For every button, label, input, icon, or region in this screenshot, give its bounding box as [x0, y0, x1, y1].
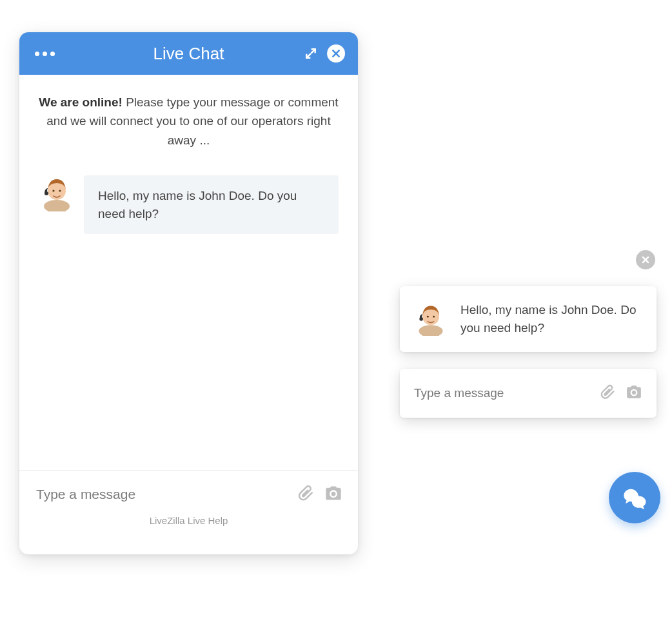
chat-input-bar: LiveZilla Live Help — [19, 471, 358, 554]
expand-icon[interactable] — [304, 46, 318, 61]
svg-point-5 — [59, 190, 61, 192]
svg-point-4 — [52, 190, 54, 192]
operator-avatar — [39, 175, 75, 211]
compact-attachment-icon[interactable] — [600, 384, 617, 403]
operator-message-bubble: Hello, my name is John Doe. Do you need … — [84, 175, 339, 234]
svg-point-3 — [44, 191, 48, 195]
svg-point-11 — [433, 316, 435, 318]
attachment-icon[interactable] — [297, 484, 315, 505]
operator-message-row: Hello, my name is John Doe. Do you need … — [39, 175, 339, 234]
close-button[interactable] — [327, 44, 345, 63]
compact-camera-icon[interactable] — [626, 384, 642, 403]
welcome-status: We are online! — [39, 95, 123, 109]
svg-point-10 — [427, 316, 429, 318]
compact-message-text: Hello, my name is John Doe. Do you need … — [460, 301, 642, 336]
message-input[interactable] — [36, 487, 297, 502]
compact-input-card — [400, 369, 657, 418]
chat-body: We are online! Please type your message … — [19, 75, 358, 471]
chat-fab-button[interactable] — [609, 472, 660, 523]
svg-point-9 — [419, 317, 423, 321]
brand-footer[interactable]: LiveZilla Live Help — [19, 509, 358, 536]
compact-message-input[interactable] — [414, 386, 600, 400]
live-chat-window: Live Chat We are online! Please type you… — [19, 32, 358, 554]
camera-icon[interactable] — [324, 484, 342, 505]
welcome-text: We are online! Please type your message … — [39, 93, 339, 150]
chat-header: Live Chat — [19, 32, 358, 75]
compact-close-button[interactable] — [636, 250, 655, 269]
compact-message-card[interactable]: Hello, my name is John Doe. Do you need … — [400, 286, 657, 352]
more-options-icon[interactable] — [35, 52, 55, 56]
compact-operator-avatar — [414, 302, 448, 336]
